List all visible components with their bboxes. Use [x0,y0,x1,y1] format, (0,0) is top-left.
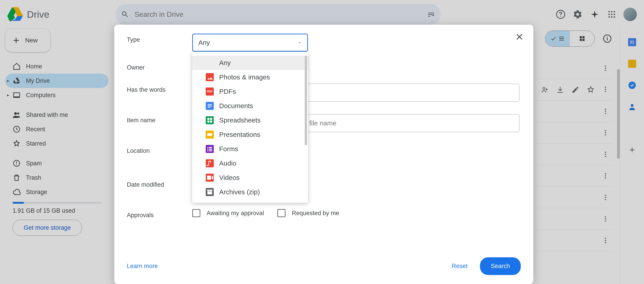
sidebar-item-label: Trash [26,174,41,181]
type-option-documents[interactable]: Documents [192,99,308,113]
requested-by-me-checkbox[interactable]: Requested by me [278,209,339,217]
svg-rect-59 [208,133,212,136]
star-icon[interactable] [587,86,595,94]
sidebar-item-label: Recent [26,126,45,133]
tasks-icon[interactable] [628,81,636,90]
svg-point-14 [608,16,610,18]
expand-caret-icon[interactable]: ▸ [7,93,9,98]
search-input[interactable] [134,10,422,19]
more-icon[interactable] [602,237,609,244]
download-icon[interactable] [556,86,564,94]
svg-rect-17 [14,93,20,97]
settings-gear-icon[interactable] [572,9,583,20]
expand-caret-icon[interactable]: ▸ [7,78,9,83]
list-icon [558,36,565,42]
docs-icon [206,102,214,110]
field-label-owner: Owner [127,62,192,71]
option-label: Photos & images [219,73,270,81]
more-icon[interactable] [602,65,609,72]
svg-rect-65 [209,150,212,151]
type-option-audio[interactable]: Audio [192,156,308,170]
svg-rect-61 [209,147,212,148]
drive-icon [12,77,20,85]
learn-more-link[interactable]: Learn more [127,263,158,270]
spam-icon [12,159,20,167]
more-icon[interactable] [602,151,609,158]
gemini-icon[interactable] [589,9,600,20]
drive-logo-icon [7,7,23,22]
svg-point-18 [14,112,17,115]
view-toggle[interactable] [545,31,595,47]
sidebar-item-my-drive[interactable]: ▸ My Drive [6,74,108,88]
type-option-pdfs[interactable]: PDF PDFs [192,84,308,99]
field-label-has-words: Has the words [127,84,192,93]
search-button[interactable]: Search [480,257,521,275]
scrollbar[interactable] [617,69,620,159]
svg-point-46 [605,175,606,176]
sidebar-item-label: Spam [26,160,42,167]
awaiting-approval-checkbox[interactable]: Awaiting my approval [192,209,264,217]
reset-button[interactable]: Reset [444,258,475,274]
checkbox-icon [278,209,286,217]
field-label-date-modified: Date modified [127,179,192,188]
caret-up-icon [297,40,302,45]
new-button[interactable]: New [6,29,50,52]
more-icon[interactable] [602,129,609,136]
dropdown-scrollbar[interactable] [305,56,307,145]
add-panel-icon[interactable] [628,145,636,154]
sidebar-item-computers[interactable]: ▸ Computers [6,88,108,102]
type-option-forms[interactable]: Forms [192,142,308,156]
help-icon[interactable] [555,9,566,20]
option-label: Any [219,59,231,67]
edit-icon[interactable] [572,86,580,94]
people-icon [12,111,20,119]
svg-point-30 [605,68,606,69]
sidebar-item-label: Storage [26,189,47,196]
type-option-any[interactable]: Any [192,56,308,70]
option-label: PDFs [219,88,236,95]
type-option-presentations[interactable]: Presentations [192,127,308,142]
svg-rect-63 [209,149,212,150]
type-option-spreadsheets[interactable]: Spreadsheets [192,113,308,127]
search-options-icon[interactable] [427,10,435,19]
details-info-icon[interactable] [602,33,613,44]
svg-point-10 [614,11,615,13]
sidebar-item-home[interactable]: Home [6,59,108,74]
get-more-storage-button[interactable]: Get more storage [12,220,82,236]
apps-grid-icon[interactable] [606,9,617,20]
grid-view-button[interactable] [570,31,594,47]
checkbox-icon [192,209,200,217]
option-label: Videos [219,174,240,181]
search-bar[interactable] [116,4,440,25]
type-option-videos[interactable]: Videos [192,170,308,185]
clock-icon [12,125,20,133]
svg-rect-23 [580,36,582,38]
sidebar-item-shared[interactable]: Shared with me [6,108,108,122]
svg-point-38 [605,113,606,114]
calendar-icon[interactable]: 31 [628,38,636,47]
sidebar-item-spam[interactable]: Spam [6,156,108,170]
sidebar-item-trash[interactable]: Trash [6,170,108,185]
more-icon[interactable] [602,194,609,201]
account-avatar[interactable] [624,8,637,21]
list-view-button[interactable] [545,31,570,47]
svg-point-37 [605,111,606,112]
more-icon[interactable] [602,215,609,222]
sidebar-item-storage[interactable]: Storage [6,185,108,199]
sidebar: New Home ▸ My Drive ▸ Computers Shared w… [0,29,112,284]
logo-section[interactable]: Drive [7,7,112,22]
type-select[interactable]: Any [192,34,308,52]
sidebar-item-recent[interactable]: Recent [6,122,108,136]
keep-icon[interactable] [628,59,636,68]
more-icon[interactable] [602,172,609,179]
sidebar-item-label: My Drive [26,77,50,84]
share-icon[interactable] [541,86,549,94]
type-option-archives[interactable]: Archives (zip) [192,185,308,199]
svg-point-11 [608,14,610,15]
sidebar-item-starred[interactable]: Starred [6,136,108,151]
contacts-icon[interactable] [628,102,636,111]
more-icon[interactable] [602,86,609,93]
option-label: Forms [219,145,238,153]
type-option-photos[interactable]: Photos & images [192,70,308,84]
more-icon[interactable] [602,108,609,115]
